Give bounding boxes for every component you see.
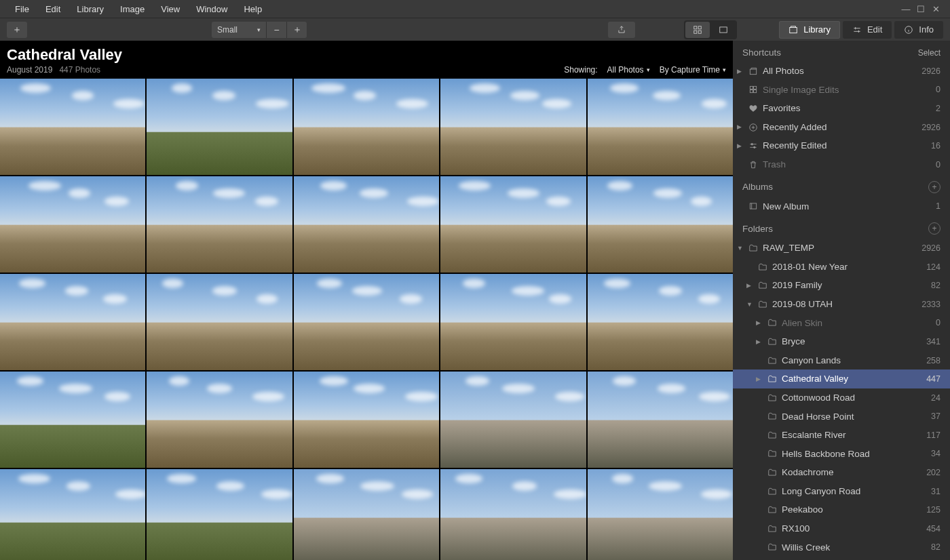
- thumbnail[interactable]: [0, 274, 145, 370]
- sidebar-item-canyon-lands[interactable]: ▶Canyon Lands258: [733, 351, 950, 370]
- sidebar-item-escalante-river[interactable]: ▶Escalante River117: [733, 426, 950, 445]
- thumbnail[interactable]: [147, 372, 292, 468]
- menu-help[interactable]: Help: [235, 4, 270, 14]
- window-close[interactable]: ✕: [928, 4, 943, 14]
- info-tab[interactable]: Info: [894, 21, 943, 39]
- thumbnail[interactable]: [0, 372, 145, 468]
- thumbnail[interactable]: [440, 469, 586, 560]
- add-button[interactable]: ＋: [7, 22, 27, 38]
- sidebar-item-kodachrome[interactable]: ▶Kodachrome202: [733, 463, 950, 482]
- thumbnail[interactable]: [0, 176, 145, 273]
- edit-tab[interactable]: Edit: [843, 21, 892, 39]
- disclosure-triangle-icon[interactable]: ▶: [756, 337, 763, 346]
- thumbnail[interactable]: [588, 274, 733, 370]
- sidebar-item-cottonwood-road[interactable]: ▶Cottonwood Road24: [733, 388, 950, 407]
- thumbnail[interactable]: [440, 274, 586, 370]
- thumbnail[interactable]: [147, 274, 292, 370]
- sidebar-item-2019-08-utah[interactable]: ▼2019-08 UTAH2333: [733, 295, 950, 314]
- menu-edit[interactable]: Edit: [37, 4, 69, 14]
- sidebar-item-raw-temp[interactable]: ▼RAW_TEMP2926: [733, 239, 950, 258]
- sidebar-item-peekaboo[interactable]: ▶Peekaboo125: [733, 500, 950, 519]
- grid-view-button[interactable]: [685, 22, 710, 38]
- thumbnail[interactable]: [294, 176, 439, 273]
- window-maximize[interactable]: ☐: [913, 4, 928, 14]
- disclosure-triangle-icon[interactable]: ▶: [756, 374, 763, 384]
- sidebar-item-new-album[interactable]: ▶New Album1: [733, 197, 950, 216]
- sidebar-item-rx100[interactable]: ▶RX100454: [733, 519, 950, 538]
- thumbnail[interactable]: [588, 469, 733, 560]
- sidebar-item-dead-horse-point[interactable]: ▶Dead Horse Point37: [733, 407, 950, 426]
- sidebar-item-label: Kodachrome: [782, 465, 922, 480]
- folder-icon: [767, 524, 777, 534]
- svg-rect-9: [754, 87, 757, 89]
- sidebar-item-2018-01-new-year[interactable]: ▶2018-01 New Year124: [733, 258, 950, 277]
- thumbnail[interactable]: [440, 176, 586, 273]
- single-view-button[interactable]: [711, 22, 736, 38]
- sidebar-item-recently-added[interactable]: ▶Recently Added2926: [733, 118, 950, 137]
- thumbnail[interactable]: [294, 274, 439, 370]
- share-button[interactable]: [608, 22, 635, 38]
- sort-dropdown[interactable]: By Capture Time▾: [660, 65, 726, 75]
- gallery-title: Cathedral Valley: [7, 46, 726, 64]
- sidebar-item-count: 37: [931, 409, 940, 423]
- sidebar-item-2019-family[interactable]: ▶2019 Family82: [733, 276, 950, 295]
- thumbnail[interactable]: [0, 469, 145, 560]
- disclosure-triangle-icon[interactable]: ▶: [737, 66, 744, 76]
- menu-view[interactable]: View: [153, 4, 188, 14]
- sidebar-item-count: 1: [936, 199, 940, 213]
- sidebar-item-recently-edited[interactable]: ▶Recently Edited16: [733, 136, 950, 155]
- sidebar-item-trash[interactable]: ▶Trash0: [733, 155, 950, 174]
- menu-file[interactable]: File: [7, 4, 37, 14]
- thumbnail[interactable]: [147, 79, 292, 175]
- select-button[interactable]: Select: [918, 48, 940, 58]
- single-icon: [719, 25, 728, 35]
- thumbnail[interactable]: [588, 176, 733, 273]
- add-album-button[interactable]: +: [928, 181, 940, 193]
- disclosure-triangle-icon[interactable]: ▶: [756, 318, 763, 327]
- thumbnail[interactable]: [294, 469, 439, 560]
- disclosure-triangle-icon[interactable]: ▼: [746, 300, 753, 309]
- sidebar-item-hells-backbone-road[interactable]: ▶Hells Backbone Road34: [733, 445, 950, 464]
- trash-icon: [748, 160, 758, 169]
- thumbnail[interactable]: [294, 372, 439, 468]
- grid-icon: [693, 25, 702, 35]
- sidebar-item-count: 2926: [922, 64, 940, 78]
- heart-icon: [748, 104, 758, 113]
- thumbnail[interactable]: [147, 469, 292, 560]
- add-folder-button[interactable]: +: [928, 222, 940, 235]
- size-decrease-button[interactable]: −: [266, 22, 286, 38]
- size-increase-button[interactable]: ＋: [286, 22, 307, 38]
- filter-dropdown[interactable]: All Photos▾: [607, 65, 650, 75]
- thumbnail[interactable]: [588, 372, 733, 468]
- thumbnail-size-select[interactable]: Small ▾: [212, 22, 266, 38]
- sidebar-item-alien-skin[interactable]: ▶Alien Skin0: [733, 314, 950, 333]
- disclosure-triangle-icon[interactable]: ▶: [746, 281, 753, 290]
- sidebar-item-favorites[interactable]: ▶Favorites2: [733, 99, 950, 118]
- disclosure-triangle-icon[interactable]: ▶: [737, 141, 744, 151]
- window-minimize[interactable]: —: [898, 4, 913, 14]
- disclosure-triangle-icon[interactable]: ▼: [737, 243, 744, 253]
- menu-image[interactable]: Image: [112, 4, 153, 14]
- sidebar-item-count: 0: [936, 158, 940, 172]
- sidebar-item-cathedral-valley[interactable]: ▶Cathedral Valley447: [733, 369, 950, 388]
- sidebar-item-single-image-edits[interactable]: ▶Single Image Edits0: [733, 81, 950, 100]
- menu-window[interactable]: Window: [188, 4, 235, 14]
- menu-library[interactable]: Library: [69, 4, 112, 14]
- album-icon: [748, 201, 758, 211]
- thumbnail[interactable]: [440, 79, 586, 175]
- sidebar-item-long-canyon-road[interactable]: ▶Long Canyon Road31: [733, 482, 950, 501]
- sidebar-item-bryce[interactable]: ▶Bryce341: [733, 332, 950, 351]
- thumbnail[interactable]: [440, 372, 586, 468]
- thumbnail[interactable]: [0, 79, 145, 175]
- thumbnail[interactable]: [294, 79, 439, 175]
- share-icon: [617, 25, 626, 35]
- sidebar-item-zion-kolob-road[interactable]: ▶Zion - Kolob Road106: [733, 557, 950, 560]
- thumbnail[interactable]: [588, 79, 733, 175]
- library-tab[interactable]: Library: [779, 21, 840, 39]
- sidebar-item-all-photos[interactable]: ▶All Photos2926: [733, 62, 950, 81]
- thumbnail[interactable]: [147, 176, 292, 273]
- sidebar-item-willis-creek[interactable]: ▶Willis Creek82: [733, 538, 950, 557]
- albums-heading: Albums: [742, 182, 773, 192]
- disclosure-triangle-icon[interactable]: ▶: [737, 122, 744, 132]
- folder-icon: [767, 412, 777, 421]
